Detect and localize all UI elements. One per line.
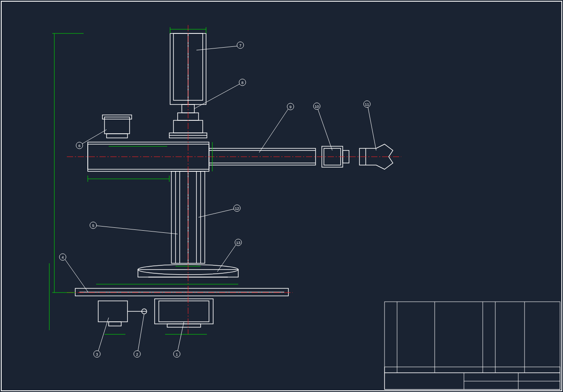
cad-canvas: 7 8 6 9 10 11 12 13 5 4 3 2 1: [0, 0, 563, 392]
svg-text:6: 6: [78, 144, 80, 148]
mechanical-body: [75, 33, 393, 327]
svg-rect-36: [159, 301, 209, 322]
drawing-svg: 7 8 6 9 10 11 12 13 5 4 3 2 1: [0, 0, 563, 392]
svg-rect-98: [385, 367, 560, 373]
svg-text:12: 12: [235, 206, 239, 211]
balloons: 7 8 6 9 10 11 12 13 5 4 3 2 1: [59, 42, 376, 357]
svg-text:3: 3: [96, 352, 98, 356]
svg-text:10: 10: [315, 104, 319, 109]
svg-text:9: 9: [289, 105, 291, 109]
title-block: [385, 302, 560, 389]
svg-line-76: [199, 209, 234, 217]
svg-rect-31: [98, 301, 127, 322]
svg-text:13: 13: [236, 241, 240, 245]
svg-line-85: [65, 259, 88, 292]
svg-rect-37: [167, 324, 201, 327]
svg-text:5: 5: [92, 224, 94, 228]
svg-rect-35: [155, 299, 213, 324]
svg-text:4: 4: [61, 255, 64, 260]
svg-rect-8: [104, 117, 130, 134]
svg-line-91: [138, 313, 144, 351]
svg-text:8: 8: [241, 81, 243, 85]
svg-rect-10: [107, 134, 127, 138]
svg-text:11: 11: [365, 102, 369, 107]
svg-text:7: 7: [239, 43, 241, 48]
svg-line-70: [318, 109, 332, 150]
svg-line-94: [178, 322, 184, 351]
svg-line-67: [259, 109, 288, 153]
svg-line-82: [96, 226, 178, 234]
svg-line-61: [194, 84, 240, 109]
centerlines: [67, 25, 401, 334]
svg-text:1: 1: [176, 352, 178, 356]
svg-rect-32: [109, 322, 121, 326]
svg-line-73: [368, 107, 376, 150]
svg-rect-97: [385, 302, 560, 389]
svg-text:2: 2: [136, 352, 138, 356]
